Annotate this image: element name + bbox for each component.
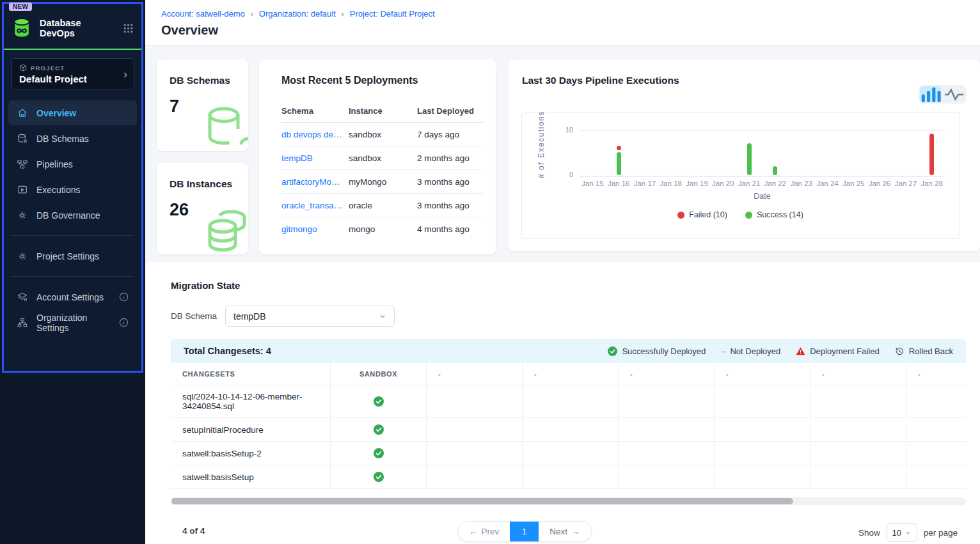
chart-bars bbox=[580, 113, 945, 176]
x-tick-label: Jan 17 bbox=[632, 180, 658, 187]
sidebar-item-project-settings[interactable]: Project Settings bbox=[8, 244, 137, 268]
x-tick-label: Jan 20 bbox=[710, 180, 736, 187]
bar-slot bbox=[606, 113, 632, 176]
bar-slot bbox=[684, 113, 710, 176]
schema-link[interactable]: tempDB bbox=[281, 153, 349, 163]
next-page-button[interactable]: Next→ bbox=[539, 522, 590, 541]
deployments-column-header: Last Deployed bbox=[417, 106, 483, 116]
last-deployed-cell: 3 months ago bbox=[417, 201, 483, 210]
pipeline-executions-card: Last 30 Days Pipeline Executions # of Ex… bbox=[509, 59, 980, 251]
page-1-button[interactable]: 1 bbox=[510, 522, 539, 541]
migration-state-title: Migration State bbox=[171, 280, 240, 291]
changesets-table: CHANGESETSSANDBOX------ sql/2024-10-14-1… bbox=[171, 363, 966, 489]
bar-slot bbox=[841, 113, 867, 176]
bar-slot bbox=[919, 113, 945, 176]
empty-status-cell bbox=[523, 385, 619, 417]
success-check-icon bbox=[608, 346, 617, 356]
sidebar-item-pipelines[interactable]: Pipelines bbox=[8, 152, 137, 176]
schema-link[interactable]: oracle_transact... bbox=[281, 201, 349, 210]
sidebar-item-db-schemas[interactable]: DB Schemas bbox=[8, 126, 137, 151]
sidebar-item-label: DB Schemas bbox=[36, 134, 129, 144]
empty-status-cell bbox=[427, 465, 523, 488]
sidebar-item-executions[interactable]: Executions bbox=[8, 177, 137, 202]
project-label: PROJECT bbox=[31, 65, 65, 72]
sidebar-item-db-governance[interactable]: DB Governance bbox=[8, 203, 137, 228]
status-legend: Successfully Deployed – Not Deployed Dep… bbox=[608, 346, 953, 356]
sidebar-item-organization-settings[interactable]: Organization Settings bbox=[8, 310, 137, 335]
prev-page-button[interactable]: ←Prev bbox=[458, 522, 510, 541]
project-name: Default Project bbox=[19, 74, 126, 84]
x-tick-label: Jan 27 bbox=[892, 180, 919, 187]
bar-chart-toggle[interactable] bbox=[920, 86, 941, 102]
sidebar-highlight-box: NEW Database DevOps PROJECT Defaul bbox=[2, 2, 143, 373]
project-selector[interactable]: PROJECT Default Project › bbox=[11, 58, 134, 90]
breadcrumb-link[interactable]: Organization: default bbox=[259, 9, 336, 19]
horizontal-scrollbar-track[interactable] bbox=[171, 497, 966, 505]
deployment-row: tempDB sandbox 2 months ago bbox=[281, 146, 483, 170]
empty-status-cell bbox=[906, 465, 966, 488]
legend-item[interactable]: Failed (10) bbox=[677, 210, 727, 219]
sidebar-item-label: Pipelines bbox=[36, 159, 129, 169]
legend-item[interactable]: Success (14) bbox=[745, 210, 803, 219]
bar-slot bbox=[658, 113, 684, 176]
info-icon[interactable] bbox=[119, 318, 129, 327]
x-tick-label: Jan 18 bbox=[658, 180, 684, 187]
arrow-left-icon: ← bbox=[469, 527, 478, 536]
breadcrumb-link[interactable]: Project: Default Project bbox=[350, 9, 435, 19]
chart-type-toggle bbox=[919, 85, 966, 104]
instance-cell: sandbox bbox=[349, 153, 417, 163]
breadcrumb-link[interactable]: Account: satwell-demo bbox=[161, 9, 245, 19]
db-instances-card: DB Instances 26 bbox=[157, 163, 248, 254]
success-check-icon bbox=[374, 396, 384, 407]
last-deployed-cell: 4 months ago bbox=[417, 224, 483, 234]
empty-status-cell bbox=[810, 418, 906, 441]
app-logo-icon bbox=[10, 17, 33, 40]
app-root: NEW Database DevOps PROJECT Defaul bbox=[0, 0, 980, 544]
horizontal-scrollbar-thumb[interactable] bbox=[171, 498, 793, 504]
db-schema-select[interactable]: tempDB bbox=[225, 306, 395, 327]
rolled-back-icon bbox=[895, 346, 905, 356]
legend-dot-icon bbox=[677, 212, 684, 219]
bar-slot bbox=[892, 113, 919, 176]
schema-link[interactable]: db devops demo bbox=[281, 130, 349, 139]
x-tick-label: Jan 23 bbox=[788, 180, 814, 187]
organization-settings-icon bbox=[17, 317, 28, 329]
empty-status-cell bbox=[619, 465, 715, 488]
schema-link[interactable]: gitmongo bbox=[281, 224, 349, 234]
new-badge: NEW bbox=[9, 3, 32, 11]
changesets-column-header: - bbox=[715, 363, 810, 385]
show-label: Show bbox=[858, 528, 880, 538]
changesets-column-header: CHANGESETS bbox=[171, 363, 331, 385]
executions-icon bbox=[17, 184, 28, 196]
deployments-column-header: Instance bbox=[349, 106, 417, 116]
sidebar-item-account-settings[interactable]: Account Settings bbox=[8, 284, 137, 309]
changesets-header-row: CHANGESETSSANDBOX------ bbox=[171, 363, 966, 385]
schema-link[interactable]: artifactoryMongo bbox=[281, 177, 349, 187]
empty-status-cell bbox=[715, 385, 810, 417]
chevron-right-icon: › bbox=[123, 68, 127, 81]
chart-plot-area: # of Executions 10 0 Jan 15Jan 16Jan 17J… bbox=[521, 113, 960, 239]
info-icon[interactable] bbox=[119, 292, 129, 302]
empty-status-cell bbox=[427, 442, 523, 465]
empty-status-cell bbox=[427, 385, 523, 417]
x-tick-label: Jan 16 bbox=[606, 180, 632, 187]
brand-underline bbox=[4, 49, 141, 50]
empty-status-cell bbox=[619, 442, 715, 465]
account-settings-icon bbox=[17, 291, 28, 303]
line-chart-toggle[interactable] bbox=[944, 86, 965, 102]
last-deployed-cell: 3 months ago bbox=[417, 177, 483, 187]
empty-status-cell bbox=[906, 418, 966, 441]
home-icon bbox=[17, 107, 28, 119]
changeset-row: setupInitialProcedure bbox=[171, 418, 966, 442]
page-size-select[interactable]: 10 bbox=[887, 523, 917, 542]
empty-status-cell bbox=[427, 418, 523, 441]
x-tick-label: Jan 28 bbox=[919, 180, 945, 187]
sidebar-item-overview[interactable]: Overview bbox=[8, 100, 137, 125]
empty-status-cell bbox=[906, 385, 966, 417]
app-grid-icon[interactable] bbox=[123, 23, 134, 34]
deployment-row: artifactoryMongo myMongo 3 months ago bbox=[281, 170, 483, 194]
chart-legend: Failed (10) Success (14) bbox=[522, 210, 959, 219]
changeset-row: satwell:basisSetup-2 bbox=[171, 442, 966, 465]
bar-slot bbox=[736, 113, 763, 176]
changesets-column-header: SANDBOX bbox=[331, 363, 427, 385]
